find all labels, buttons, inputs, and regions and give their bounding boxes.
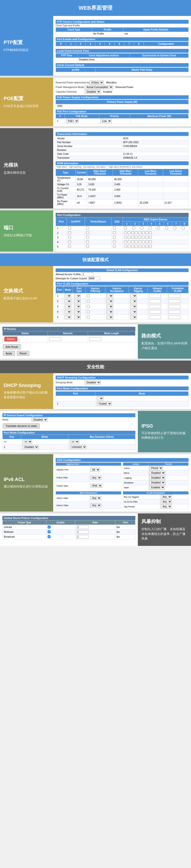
port-q2-cb-2[interactable]: [128, 231, 131, 234]
port-q7-cb-4[interactable]: [146, 240, 149, 243]
port-q1-cb-5[interactable]: [124, 245, 127, 248]
port-q6-cb-2[interactable]: [142, 231, 145, 234]
port-q8-cb-1[interactable]: [182, 227, 185, 229]
port-eee-cb-2[interactable]: [113, 231, 116, 234]
port-q7-cb-1[interactable]: [173, 227, 176, 229]
pvlan-fv-input-5[interactable]: [168, 315, 180, 319]
port-q3-cb-4[interactable]: [131, 240, 134, 243]
poe-capacitor-select[interactable]: Disabled: [85, 90, 101, 94]
port-q2-cb-4[interactable]: [128, 240, 131, 243]
pvlan-mode-sel-5[interactable]: [65, 315, 71, 319]
pvlan-type-sel-5[interactable]: [74, 315, 81, 319]
route-mask-input[interactable]: [89, 337, 101, 341]
port-q5-cb-4[interactable]: [138, 240, 141, 243]
port-perfectreach-cb-3[interactable]: [86, 236, 89, 239]
port-q1-cb-4[interactable]: [124, 240, 127, 243]
storm-rate-input-unicast[interactable]: [76, 525, 89, 529]
acl-vlan-id-sel[interactable]: Any: [161, 500, 172, 504]
acl-vlan-tagged-sel[interactable]: Any: [161, 495, 172, 499]
port-q2-cb-1[interactable]: [132, 227, 135, 229]
ipsg-mode-select[interactable]: Disabled: [31, 418, 47, 422]
port-q5-cb-2[interactable]: [138, 231, 141, 234]
dhcp-snooping-mode-select[interactable]: Disabled: [85, 380, 101, 384]
dhcp-pm-all-select[interactable]: [97, 396, 103, 401]
pvlan-ia-sel-5[interactable]: [106, 315, 113, 319]
port-q5-cb-5[interactable]: [138, 245, 141, 248]
ipsg-max-sel-1[interactable]: Unlimited: [70, 445, 87, 449]
pvlan-av-input-3[interactable]: [149, 305, 161, 308]
poe-reserved-select[interactable]: #Class: [90, 81, 104, 85]
pvlan-av-input-2[interactable]: [149, 300, 161, 303]
ipsg-all-max-sel[interactable]: <>: [70, 440, 79, 444]
pvlan-type-sel-4[interactable]: [74, 310, 81, 314]
storm-enable-cb-unicast[interactable]: [47, 526, 51, 528]
poe-power-mode-select[interactable]: Actual Consumption: [85, 85, 113, 89]
pvlan-if-cb-5[interactable]: [87, 316, 90, 318]
port-q5-cb-3[interactable]: [138, 236, 141, 239]
acl-smac-sel[interactable]: Any: [90, 496, 101, 500]
storm-rate-input-broadcast[interactable]: [76, 535, 89, 538]
pvlan-ia-sel-3[interactable]: [106, 305, 113, 309]
pvlan-mode-sel-1[interactable]: [65, 294, 71, 298]
pvlan-et-sel-1[interactable]: [130, 294, 137, 298]
ipsg-translate-button[interactable]: Translate dynamic to static: [3, 424, 40, 428]
pvlan-fv-input-4[interactable]: [168, 310, 180, 314]
storm-enable-cb-broadcast[interactable]: [47, 535, 51, 538]
poe-mode-select[interactable]: PoE+: [66, 119, 79, 123]
port-q8-cb-5[interactable]: [149, 245, 152, 248]
port-q6-cb-5[interactable]: [142, 245, 145, 248]
port-q1-cb-2[interactable]: [124, 231, 127, 234]
pvlan-ia-sel-2[interactable]: [106, 299, 113, 303]
pvlan-type-sel-2[interactable]: [74, 299, 81, 303]
delete-button[interactable]: Delete: [4, 337, 18, 341]
port-q2-cb-3[interactable]: [128, 236, 131, 239]
port-q6-cb-1[interactable]: [165, 227, 168, 229]
port-actiphy-cb-3[interactable]: [68, 236, 71, 239]
ipsg-mode-sel-1[interactable]: Disabled: [23, 445, 39, 449]
pvlan-et-sel-5[interactable]: [130, 315, 137, 319]
port-q4-cb-2[interactable]: [135, 231, 137, 234]
vlan-ethertype-input[interactable]: [88, 277, 100, 280]
port-eee-cb-5[interactable]: [113, 245, 116, 248]
port-q7-cb-2[interactable]: [146, 231, 149, 234]
port-q2-cb-5[interactable]: [128, 245, 131, 248]
port-perfectreach-cb-1[interactable]: [86, 227, 89, 229]
pvlan-av-input-5[interactable]: [149, 315, 161, 319]
port-q1-cb-3[interactable]: [124, 236, 127, 239]
port-q8-cb-3[interactable]: [149, 236, 152, 239]
acl-shutdown-sel[interactable]: Disabled: [149, 480, 165, 485]
reset-button[interactable]: Reset: [17, 351, 29, 356]
poe-priority-select[interactable]: Low: [100, 119, 112, 123]
pvlan-if-cb-1[interactable]: [87, 294, 90, 297]
route-network-input[interactable]: [49, 337, 61, 341]
port-perfectreach-cb-5[interactable]: [86, 245, 89, 248]
pvlan-et-sel-2[interactable]: [130, 299, 137, 303]
port-actiphy-cb-2[interactable]: [68, 231, 71, 234]
pvlan-if-cb-2[interactable]: [87, 300, 90, 303]
port-q6-cb-4[interactable]: [142, 240, 145, 243]
port-eee-cb-3[interactable]: [113, 236, 116, 239]
acl-frame-sel[interactable]: IPv6: [90, 484, 102, 488]
acl-action-sel[interactable]: Permit: [149, 466, 163, 470]
acl-ingress-sel[interactable]: All: [90, 468, 100, 472]
port-eee-cb-1[interactable]: [113, 227, 116, 229]
port-q4-cb-5[interactable]: [135, 245, 137, 248]
pvlan-if-cb-3[interactable]: [87, 305, 90, 308]
port-q8-cb-2[interactable]: [149, 231, 152, 234]
pvlan-av-input-1[interactable]: [149, 294, 161, 298]
port-q6-cb-3[interactable]: [142, 236, 145, 239]
acl-policy-sel[interactable]: Any: [90, 476, 101, 480]
acl-mirror-sel[interactable]: Disabled: [149, 471, 165, 475]
port-actiphy-cb-1[interactable]: [68, 227, 71, 229]
port-q7-cb-3[interactable]: [146, 236, 149, 239]
acl-vlan-prio-sel[interactable]: Any: [161, 504, 172, 508]
ipsg-all-mode-sel[interactable]: <>: [23, 440, 32, 444]
port-q3-cb-2[interactable]: [131, 231, 134, 234]
pvlan-if-cb-4[interactable]: [87, 310, 90, 313]
port-q3-cb-3[interactable]: [131, 236, 134, 239]
pvlan-mode-sel-4[interactable]: [65, 310, 71, 314]
port-q7-cb-5[interactable]: [146, 245, 149, 248]
port-eee-cb-4[interactable]: [113, 240, 116, 243]
pvlan-fv-input-2[interactable]: [168, 300, 180, 303]
port-actiphy-cb-4[interactable]: [68, 240, 71, 243]
